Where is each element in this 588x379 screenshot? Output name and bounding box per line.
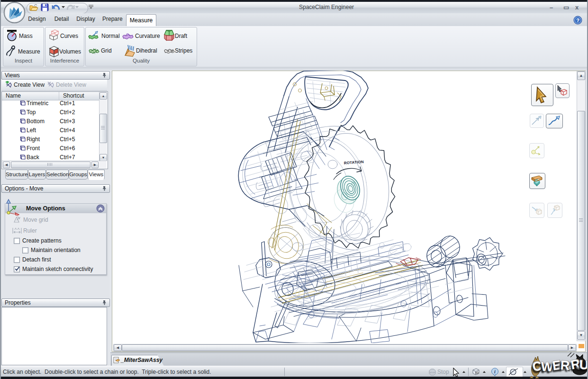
svg-text:i: i	[494, 369, 496, 374]
svg-text:?: ?	[576, 18, 579, 23]
svg-text:STOP: STOP	[430, 371, 435, 374]
